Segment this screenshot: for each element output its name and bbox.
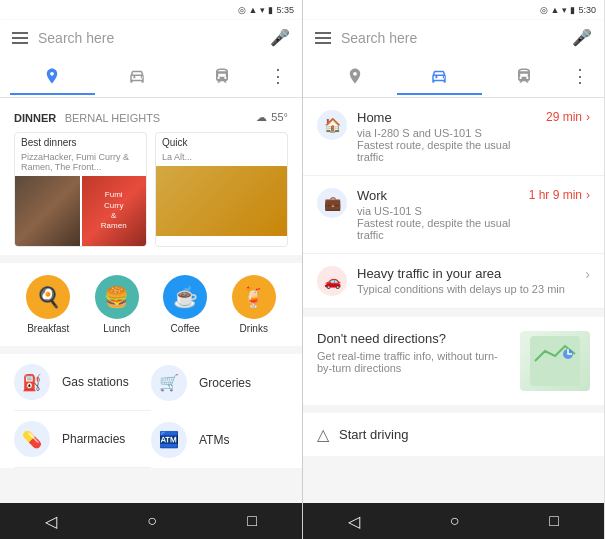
mic-icon-right[interactable]: 🎤	[572, 28, 592, 47]
temperature: 55°	[271, 111, 288, 123]
card-best-label: Best dinners	[15, 133, 146, 152]
directions-list: 🏠 Home via I-280 S and US-101 S Fastest …	[303, 98, 604, 309]
recents-button-right[interactable]: □	[549, 512, 559, 530]
wifi-icon: ▾	[260, 5, 265, 15]
recents-button-left[interactable]: □	[247, 512, 257, 530]
quick-card[interactable]: Quick La Alt...	[155, 132, 288, 247]
tab-drive-left[interactable]	[95, 57, 180, 95]
search-input-left[interactable]: Search here	[38, 30, 260, 46]
card-images: FumiCurry&Ramen	[15, 176, 146, 246]
cloud-icon: ☁	[256, 111, 267, 124]
traffic-chevron-icon: ›	[585, 266, 590, 282]
traffic-alert-icon: 🚗	[317, 266, 347, 296]
work-direction-icon: 💼	[317, 188, 347, 218]
dinner-subtitle: BERNAL HEIGHTS	[65, 112, 161, 124]
restaurant-img-2: FumiCurry&Ramen	[82, 176, 147, 246]
more-options-left[interactable]: ⋮	[264, 55, 292, 97]
start-driving-section[interactable]: △ Start driving	[303, 413, 604, 456]
gas-station-icon: ⛽	[14, 364, 50, 400]
tab-location-left[interactable]	[10, 57, 95, 95]
more-options-right[interactable]: ⋮	[566, 55, 594, 97]
category-drinks[interactable]: 🍹 Drinks	[232, 275, 276, 334]
battery-icon: ▮	[268, 5, 273, 15]
content-area-left: DINNER BERNAL HEIGHTS ☁ 55° Best dinners…	[0, 98, 302, 503]
home-button-right[interactable]: ○	[450, 512, 460, 530]
dinner-title: DINNER	[14, 112, 56, 124]
search-bar-right: Search here 🎤	[303, 20, 604, 55]
content-area-right: 🏠 Home via I-280 S and US-101 S Fastest …	[303, 98, 604, 503]
tab-location-right[interactable]	[313, 57, 397, 95]
chevron-right-work-icon: ›	[586, 188, 590, 202]
search-input-right[interactable]: Search here	[341, 30, 562, 46]
work-direction-title: Work	[357, 188, 519, 203]
status-bar-left: ◎ ▲ ▾ ▮ 5:35	[0, 0, 302, 20]
home-button-left[interactable]: ○	[147, 512, 157, 530]
signal-icon-right: ▲	[551, 5, 560, 15]
home-direction-icon: 🏠	[317, 110, 347, 140]
right-phone: ◎ ▲ ▾ ▮ 5:30 Search here 🎤 ⋮	[302, 0, 604, 539]
tab-drive-right[interactable]	[397, 57, 481, 95]
groceries-icon: 🛒	[151, 365, 187, 401]
list-item-gas[interactable]: ⛽ Gas stations	[14, 354, 151, 411]
coffee-icon-circle: ☕	[163, 275, 207, 319]
work-direction-time: 1 hr 9 min ›	[529, 188, 590, 202]
breakfast-icon-circle: 🍳	[26, 275, 70, 319]
home-direction-title: Home	[357, 110, 536, 125]
pharmacies-label: Pharmacies	[62, 432, 125, 446]
back-button-right[interactable]: ◁	[348, 512, 360, 531]
card-best-sub: PizzaHacker, Fumi Curry & Ramen, The Fro…	[15, 152, 146, 176]
home-direction-via: via I-280 S and US-101 S	[357, 127, 536, 139]
location-status-icon: ◎	[238, 5, 246, 15]
traffic-desc: Typical conditions with delays up to 23 …	[357, 283, 575, 295]
back-button-left[interactable]: ◁	[45, 512, 57, 531]
tab-transit-right[interactable]	[482, 57, 566, 95]
list-item-atms[interactable]: 🏧 ATMs	[151, 411, 288, 468]
work-direction-via: via US-101 S	[357, 205, 519, 217]
category-lunch[interactable]: 🍔 Lunch	[95, 275, 139, 334]
svg-rect-0	[530, 336, 580, 386]
left-phone: ◎ ▲ ▾ ▮ 5:35 Search here 🎤 ⋮	[0, 0, 302, 539]
navigation-arrow-icon: △	[317, 425, 329, 444]
drinks-icon-circle: 🍹	[232, 275, 276, 319]
dinner-header-left: DINNER BERNAL HEIGHTS	[14, 108, 160, 126]
direction-item-home[interactable]: 🏠 Home via I-280 S and US-101 S Fastest …	[303, 98, 604, 176]
best-dinners-card[interactable]: Best dinners PizzaHacker, Fumi Curry & R…	[14, 132, 147, 247]
category-icons: 🍳 Breakfast 🍔 Lunch ☕ Coffee 🍹	[0, 263, 302, 346]
drinks-icon: 🍹	[241, 285, 266, 309]
dinner-cards-row: Best dinners PizzaHacker, Fumi Curry & R…	[14, 132, 288, 247]
hamburger-menu-left[interactable]	[12, 32, 28, 44]
no-directions-content: Don't need directions? Get real-time tra…	[317, 331, 510, 391]
pharmacies-icon: 💊	[14, 421, 50, 457]
home-direction-time: 29 min ›	[546, 110, 590, 124]
status-bar-right: ◎ ▲ ▾ ▮ 5:30	[303, 0, 604, 20]
nearby-list: ⛽ Gas stations 🛒 Groceries 💊 Pharmacies …	[0, 354, 302, 468]
nav-tabs-right: ⋮	[303, 55, 604, 98]
list-item-pharmacies[interactable]: 💊 Pharmacies	[14, 411, 151, 468]
quick-card-sub: La Alt...	[156, 152, 287, 166]
home-direction-content: Home via I-280 S and US-101 S Fastest ro…	[357, 110, 536, 163]
coffee-label: Coffee	[171, 323, 200, 334]
dinner-section: DINNER BERNAL HEIGHTS ☁ 55° Best dinners…	[0, 98, 302, 255]
status-icons-right: ◎ ▲ ▾ ▮ 5:30	[540, 5, 596, 15]
direction-item-work[interactable]: 💼 Work via US-101 S Fastest route, despi…	[303, 176, 604, 254]
wifi-icon-right: ▾	[562, 5, 567, 15]
traffic-alert-item[interactable]: 🚗 Heavy traffic in your area Typical con…	[303, 254, 604, 309]
lunch-label: Lunch	[103, 323, 130, 334]
weather-display: ☁ 55°	[256, 111, 288, 124]
mic-icon-left[interactable]: 🎤	[270, 28, 290, 47]
restaurant-img-1	[15, 176, 80, 246]
category-breakfast[interactable]: 🍳 Breakfast	[26, 275, 70, 334]
traffic-title: Heavy traffic in your area	[357, 266, 575, 281]
lunch-icon-circle: 🍔	[95, 275, 139, 319]
time-right: 5:30	[578, 5, 596, 15]
lunch-icon: 🍔	[104, 285, 129, 309]
torii-gate-decoration: FumiCurry&Ramen	[101, 190, 127, 232]
hamburger-menu-right[interactable]	[315, 32, 331, 44]
list-item-groceries[interactable]: 🛒 Groceries	[151, 354, 288, 411]
breakfast-icon: 🍳	[36, 285, 61, 309]
tab-transit-left[interactable]	[179, 57, 264, 95]
gas-stations-label: Gas stations	[62, 375, 129, 389]
category-coffee[interactable]: ☕ Coffee	[163, 275, 207, 334]
no-directions-desc: Get real-time traffic info, without turn…	[317, 350, 510, 374]
home-direction-desc: Fastest route, despite the usual traffic	[357, 139, 536, 163]
